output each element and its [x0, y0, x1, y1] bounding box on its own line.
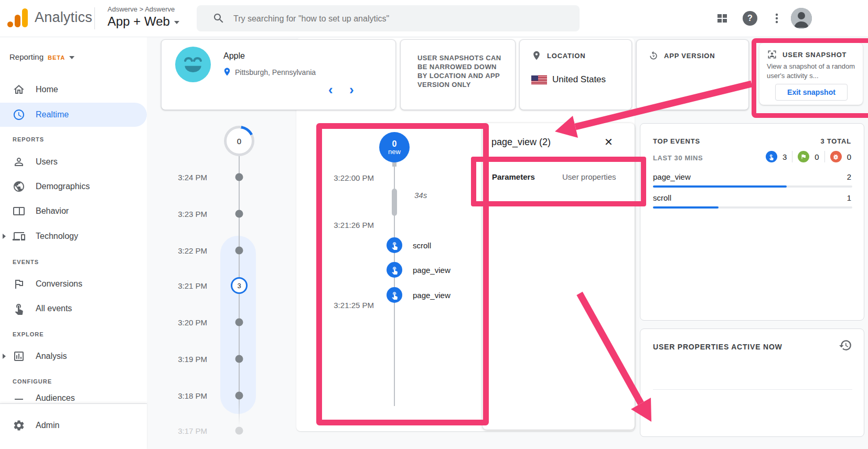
user-properties-card: USER PROPERTIES ACTIVE NOW	[640, 328, 864, 437]
close-icon[interactable]: ✕	[604, 136, 613, 148]
tick-time: 3:23 PM	[170, 210, 207, 218]
tick-time: 3:20 PM	[170, 318, 207, 327]
current-users-gauge: 0	[224, 126, 254, 156]
sidebar-item-label: Admin	[36, 421, 59, 430]
location-pin-icon	[531, 50, 542, 61]
sidebar-item-demographics[interactable]: Demographics	[0, 174, 147, 199]
analysis-chart-icon	[13, 350, 25, 363]
search-input[interactable]	[232, 5, 570, 32]
beta-badge: BETA	[48, 54, 65, 61]
tick-time: 3:22 PM	[170, 246, 207, 255]
sidebar-nav: ReportingBETA Home Realtime REPORTS User…	[0, 37, 147, 449]
sidebar-item-users[interactable]: Users	[0, 150, 147, 174]
event-row-name[interactable]: scroll	[653, 193, 671, 202]
touch-event-count: 3	[783, 152, 787, 161]
sidebar-item-analysis[interactable]: Analysis	[0, 344, 147, 368]
sidebar-item-label: Technology	[36, 232, 78, 241]
event-bar-fill	[653, 185, 787, 188]
panel-title: page_view (2)	[491, 137, 551, 148]
touch-event-icon	[766, 151, 777, 162]
flag-icon	[13, 278, 25, 290]
analytics-logo-icon[interactable]	[7, 8, 29, 28]
exit-snapshot-button[interactable]: Exit snapshot	[775, 84, 848, 101]
snapshot-info-card: USER SNAPSHOTS CAN BE NARROWED DOWN BY L…	[400, 39, 516, 110]
event-name[interactable]: page_view	[413, 291, 451, 300]
apps-grid-icon[interactable]	[716, 12, 728, 25]
top-events-title: TOP EVENTS	[653, 137, 700, 145]
user-location: Pittsburgh, Pennsylvania	[235, 68, 316, 76]
event-row-value: 1	[847, 193, 851, 202]
timeline-event-count[interactable]: 3	[231, 277, 248, 294]
app-title: Analytics	[35, 9, 92, 26]
event-name[interactable]: scroll	[413, 241, 431, 250]
user-name: Apple	[223, 51, 245, 61]
property-selector[interactable]: App + Web	[108, 14, 179, 29]
header-divider	[94, 7, 95, 29]
section-explore: EXPLORE	[13, 331, 44, 337]
gap-segment	[392, 189, 397, 216]
globe-icon	[13, 180, 25, 193]
sidebar-item-audiences[interactable]: Audiences	[0, 392, 147, 404]
sidebar-item-all-events[interactable]: All events	[0, 297, 147, 321]
section-reports: REPORTS	[13, 136, 44, 143]
conversion-flag-icon	[798, 151, 809, 162]
touch-event-icon[interactable]	[387, 262, 402, 278]
user-icon	[13, 156, 25, 168]
app-version-icon	[648, 50, 659, 61]
sidebar-item-label: Home	[36, 85, 58, 94]
sidebar-item-label: Audiences	[36, 393, 75, 403]
sidebar-item-label: Users	[36, 157, 58, 167]
top-events-card: TOP EVENTS 3 TOTAL LAST 30 MINS 3 0 0 pa…	[640, 123, 864, 321]
breadcrumb: Adswerve > Adswerve	[108, 5, 175, 13]
timeline-dot[interactable]	[235, 173, 243, 181]
tick-time: 3:18 PM	[170, 391, 207, 400]
sidebar-item-label: Demographics	[36, 182, 90, 191]
timeline-dot[interactable]	[235, 427, 243, 435]
tab-user-properties[interactable]: User properties	[562, 172, 616, 181]
search-bar[interactable]	[197, 5, 580, 31]
sidebar-item-behavior[interactable]: Behavior	[0, 199, 147, 223]
event-timestamp: 3:21:25 PM	[316, 301, 374, 310]
user-snapshot-icon	[767, 49, 777, 60]
home-icon	[13, 83, 25, 96]
sidebar-item-admin[interactable]: Admin	[0, 413, 147, 437]
avatar[interactable]	[791, 8, 812, 29]
tick-time: 3:17 PM	[170, 426, 207, 435]
timeline-dot[interactable]	[235, 392, 243, 400]
counter-divider	[824, 151, 825, 162]
timeline-dot[interactable]	[235, 319, 243, 326]
timeline-dot[interactable]	[235, 210, 243, 218]
app-version-title: APP VERSION	[664, 52, 715, 60]
history-icon[interactable]	[839, 338, 852, 352]
sidebar-item-home[interactable]: Home	[0, 78, 147, 102]
section-events: EVENTS	[13, 259, 39, 265]
prev-user-chevron-icon[interactable]: ‹	[328, 82, 333, 98]
sidebar-item-label: Behavior	[36, 206, 69, 216]
event-timestamp: 3:22:00 PM	[316, 173, 374, 182]
event-name[interactable]: page_view	[413, 266, 451, 275]
touch-icon	[13, 302, 25, 315]
event-row-name[interactable]: page_view	[653, 172, 691, 181]
sidebar-item-conversions[interactable]: Conversions	[0, 272, 147, 296]
timeline-dot[interactable]	[235, 355, 243, 363]
user-avatar	[175, 47, 211, 82]
chevron-down-icon	[174, 21, 179, 24]
sidebar-item-technology[interactable]: Technology	[0, 224, 147, 248]
us-flag-icon	[531, 75, 547, 85]
user-snapshot-description: View a snapshot of a random user's activ…	[767, 62, 857, 80]
touch-event-icon[interactable]	[387, 287, 402, 303]
sidebar-item-realtime[interactable]: Realtime	[0, 103, 147, 127]
timeline-dot[interactable]	[235, 247, 243, 255]
more-menu-icon[interactable]	[770, 12, 783, 25]
layout-icon	[13, 205, 25, 217]
location-value[interactable]: United States	[552, 74, 606, 85]
tab-parameters[interactable]: Parameters	[492, 172, 535, 181]
reporting-selector[interactable]: ReportingBETA	[9, 52, 74, 61]
chevron-down-icon	[69, 56, 74, 59]
next-user-chevron-icon[interactable]: ›	[349, 82, 354, 98]
tick-time: 3:24 PM	[170, 173, 207, 182]
counter-divider	[792, 151, 792, 162]
help-icon[interactable]: ?	[743, 11, 757, 26]
touch-event-icon[interactable]	[387, 237, 402, 253]
app-version-card: APP VERSION	[636, 39, 749, 110]
